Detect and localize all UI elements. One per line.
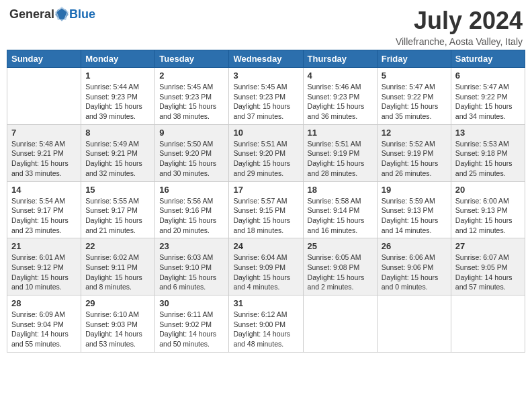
calendar-cell: 25Sunrise: 6:05 AM Sunset: 9:08 PM Dayli… <box>303 238 377 295</box>
calendar-cell: 20Sunrise: 6:00 AM Sunset: 9:13 PM Dayli… <box>451 181 525 238</box>
day-number: 14 <box>11 185 77 195</box>
weekday-header: Saturday <box>451 50 525 68</box>
day-info: Sunrise: 5:55 AM Sunset: 9:17 PM Dayligh… <box>85 196 150 236</box>
day-number: 25 <box>308 241 373 251</box>
day-number: 28 <box>11 298 77 308</box>
calendar-cell: 21Sunrise: 6:01 AM Sunset: 9:12 PM Dayli… <box>7 238 81 295</box>
calendar-cell: 29Sunrise: 6:10 AM Sunset: 9:03 PM Dayli… <box>81 295 155 353</box>
weekday-header: Wednesday <box>229 50 303 68</box>
calendar-cell: 31Sunrise: 6:12 AM Sunset: 9:00 PM Dayli… <box>229 295 303 353</box>
day-info: Sunrise: 6:10 AM Sunset: 9:03 PM Dayligh… <box>85 310 150 349</box>
calendar-cell: 26Sunrise: 6:06 AM Sunset: 9:06 PM Dayli… <box>377 238 451 295</box>
day-number: 12 <box>382 128 447 138</box>
calendar-cell: 3Sunrise: 5:45 AM Sunset: 9:23 PM Daylig… <box>229 68 303 125</box>
day-info: Sunrise: 5:52 AM Sunset: 9:19 PM Dayligh… <box>382 139 447 179</box>
day-number: 4 <box>308 71 373 81</box>
day-number: 18 <box>308 185 373 195</box>
day-info: Sunrise: 6:09 AM Sunset: 9:04 PM Dayligh… <box>11 310 77 349</box>
day-number: 3 <box>233 71 298 81</box>
calendar-cell <box>7 68 81 125</box>
day-info: Sunrise: 5:49 AM Sunset: 9:21 PM Dayligh… <box>85 139 150 179</box>
calendar-cell: 17Sunrise: 5:57 AM Sunset: 9:15 PM Dayli… <box>229 181 303 238</box>
day-number: 8 <box>85 128 150 138</box>
day-info: Sunrise: 5:53 AM Sunset: 9:18 PM Dayligh… <box>455 139 521 179</box>
day-info: Sunrise: 6:01 AM Sunset: 9:12 PM Dayligh… <box>11 253 77 292</box>
calendar-cell <box>451 295 525 353</box>
day-number: 5 <box>382 71 447 81</box>
day-number: 20 <box>455 185 521 195</box>
day-number: 19 <box>382 185 447 195</box>
calendar-week-row: 21Sunrise: 6:01 AM Sunset: 9:12 PM Dayli… <box>7 238 525 295</box>
day-info: Sunrise: 5:45 AM Sunset: 9:23 PM Dayligh… <box>159 82 224 122</box>
day-number: 22 <box>85 241 150 251</box>
day-info: Sunrise: 6:02 AM Sunset: 9:11 PM Dayligh… <box>85 253 150 292</box>
calendar-cell: 5Sunrise: 5:47 AM Sunset: 9:22 PM Daylig… <box>377 68 451 125</box>
day-info: Sunrise: 5:57 AM Sunset: 9:15 PM Dayligh… <box>233 196 298 236</box>
calendar-cell: 24Sunrise: 6:04 AM Sunset: 9:09 PM Dayli… <box>229 238 303 295</box>
day-number: 2 <box>159 71 224 81</box>
calendar-cell: 1Sunrise: 5:44 AM Sunset: 9:23 PM Daylig… <box>81 68 155 125</box>
day-info: Sunrise: 5:48 AM Sunset: 9:21 PM Dayligh… <box>11 139 77 179</box>
calendar-week-row: 14Sunrise: 5:54 AM Sunset: 9:17 PM Dayli… <box>7 181 525 238</box>
day-info: Sunrise: 5:54 AM Sunset: 9:17 PM Dayligh… <box>11 196 77 236</box>
calendar-cell <box>377 295 451 353</box>
day-info: Sunrise: 6:04 AM Sunset: 9:09 PM Dayligh… <box>233 253 298 292</box>
day-number: 31 <box>233 298 298 308</box>
calendar-cell: 16Sunrise: 5:56 AM Sunset: 9:16 PM Dayli… <box>155 181 229 238</box>
day-info: Sunrise: 5:51 AM Sunset: 9:19 PM Dayligh… <box>308 139 373 179</box>
calendar-cell: 13Sunrise: 5:53 AM Sunset: 9:18 PM Dayli… <box>451 124 525 181</box>
day-info: Sunrise: 5:58 AM Sunset: 9:14 PM Dayligh… <box>308 196 373 236</box>
location-text: Villefranche, Aosta Valley, Italy <box>396 36 523 47</box>
day-info: Sunrise: 5:46 AM Sunset: 9:23 PM Dayligh… <box>308 82 373 122</box>
day-number: 23 <box>159 241 224 251</box>
logo: General Blue <box>9 7 95 21</box>
calendar-cell: 19Sunrise: 5:59 AM Sunset: 9:13 PM Dayli… <box>377 181 451 238</box>
page-header: General Blue July 2024 Villefranche, Aos… <box>7 7 525 47</box>
day-number: 30 <box>159 298 224 308</box>
weekday-header: Monday <box>81 50 155 68</box>
calendar-cell <box>303 295 377 353</box>
calendar-cell: 4Sunrise: 5:46 AM Sunset: 9:23 PM Daylig… <box>303 68 377 125</box>
weekday-header: Thursday <box>303 50 377 68</box>
weekday-header: Sunday <box>7 50 81 68</box>
day-number: 29 <box>85 298 150 308</box>
day-info: Sunrise: 6:00 AM Sunset: 9:13 PM Dayligh… <box>455 196 521 236</box>
calendar-cell: 28Sunrise: 6:09 AM Sunset: 9:04 PM Dayli… <box>7 295 81 353</box>
day-number: 21 <box>11 241 77 251</box>
day-info: Sunrise: 5:56 AM Sunset: 9:16 PM Dayligh… <box>159 196 224 236</box>
day-info: Sunrise: 6:11 AM Sunset: 9:02 PM Dayligh… <box>159 310 224 349</box>
day-info: Sunrise: 5:50 AM Sunset: 9:20 PM Dayligh… <box>159 139 224 179</box>
calendar-cell: 12Sunrise: 5:52 AM Sunset: 9:19 PM Dayli… <box>377 124 451 181</box>
calendar-cell: 11Sunrise: 5:51 AM Sunset: 9:19 PM Dayli… <box>303 124 377 181</box>
calendar-week-row: 28Sunrise: 6:09 AM Sunset: 9:04 PM Dayli… <box>7 295 525 353</box>
day-info: Sunrise: 6:07 AM Sunset: 9:05 PM Dayligh… <box>455 253 521 292</box>
day-number: 15 <box>85 185 150 195</box>
calendar-cell: 30Sunrise: 6:11 AM Sunset: 9:02 PM Dayli… <box>155 295 229 353</box>
calendar-cell: 7Sunrise: 5:48 AM Sunset: 9:21 PM Daylig… <box>7 124 81 181</box>
calendar-cell: 27Sunrise: 6:07 AM Sunset: 9:05 PM Dayli… <box>451 238 525 295</box>
day-info: Sunrise: 5:47 AM Sunset: 9:22 PM Dayligh… <box>455 82 521 122</box>
calendar-cell: 14Sunrise: 5:54 AM Sunset: 9:17 PM Dayli… <box>7 181 81 238</box>
day-info: Sunrise: 5:51 AM Sunset: 9:20 PM Dayligh… <box>233 139 298 179</box>
day-info: Sunrise: 6:12 AM Sunset: 9:00 PM Dayligh… <box>233 310 298 349</box>
calendar-cell: 10Sunrise: 5:51 AM Sunset: 9:20 PM Dayli… <box>229 124 303 181</box>
day-number: 24 <box>233 241 298 251</box>
day-number: 16 <box>159 185 224 195</box>
logo-blue-text: Blue <box>69 7 95 21</box>
day-number: 13 <box>455 128 521 138</box>
day-info: Sunrise: 6:06 AM Sunset: 9:06 PM Dayligh… <box>382 253 447 292</box>
logo-general-text: General <box>9 7 54 21</box>
day-info: Sunrise: 5:47 AM Sunset: 9:22 PM Dayligh… <box>382 82 447 122</box>
day-info: Sunrise: 5:45 AM Sunset: 9:23 PM Dayligh… <box>233 82 298 122</box>
day-info: Sunrise: 6:05 AM Sunset: 9:08 PM Dayligh… <box>308 253 373 292</box>
day-number: 17 <box>233 185 298 195</box>
day-number: 9 <box>159 128 224 138</box>
calendar-table: SundayMondayTuesdayWednesdayThursdayFrid… <box>7 50 525 353</box>
day-number: 1 <box>85 71 150 81</box>
calendar-cell: 22Sunrise: 6:02 AM Sunset: 9:11 PM Dayli… <box>81 238 155 295</box>
month-year-title: July 2024 <box>396 7 523 35</box>
day-number: 7 <box>11 128 77 138</box>
calendar-cell: 6Sunrise: 5:47 AM Sunset: 9:22 PM Daylig… <box>451 68 525 125</box>
calendar-cell: 15Sunrise: 5:55 AM Sunset: 9:17 PM Dayli… <box>81 181 155 238</box>
calendar-cell: 23Sunrise: 6:03 AM Sunset: 9:10 PM Dayli… <box>155 238 229 295</box>
